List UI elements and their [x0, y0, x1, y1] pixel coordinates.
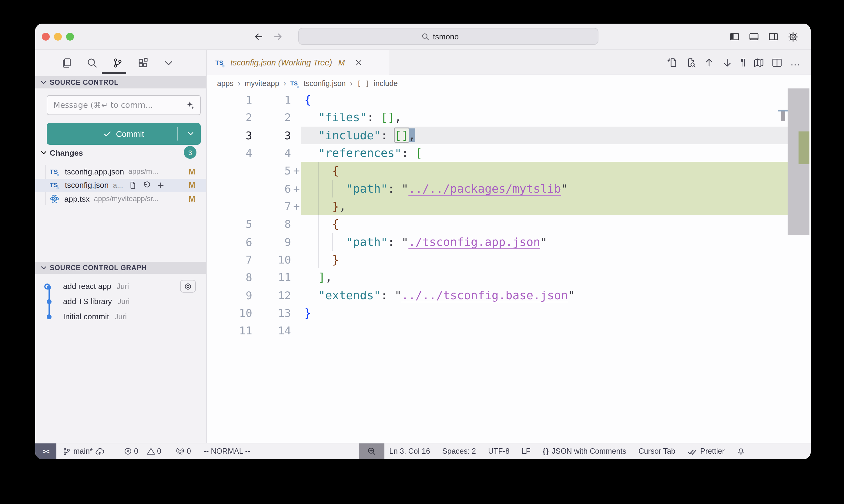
- code-line[interactable]: 7+ },: [207, 197, 811, 215]
- code-text: },: [304, 197, 346, 215]
- commit-row[interactable]: Initial commitJuri: [35, 309, 206, 324]
- code-line[interactable]: 44 "references": [: [207, 144, 811, 162]
- original-line-number: 4: [207, 144, 252, 162]
- graph-title: SOURCE CONTROL GRAPH: [50, 264, 147, 271]
- changed-file-row[interactable]: TStsconfig.jsona...M: [35, 178, 206, 192]
- discard-changes-icon[interactable]: [142, 181, 151, 190]
- ports-indicator[interactable]: 0: [176, 444, 191, 459]
- modified-line-number: 3: [252, 126, 291, 144]
- language-mode[interactable]: {} JSON with Comments: [542, 447, 626, 455]
- code-text: {: [304, 162, 339, 180]
- active-view-underline: [102, 72, 126, 74]
- code-line[interactable]: 912 "extends": "../../tsconfig.base.json…: [207, 287, 811, 304]
- branch-indicator[interactable]: main*: [63, 444, 104, 459]
- changes-section-header[interactable]: Changes 3: [35, 145, 206, 160]
- commit-author: Juri: [115, 312, 127, 321]
- code-line[interactable]: 22 "files": [],: [207, 109, 811, 127]
- ports-count: 0: [187, 447, 191, 455]
- toggle-secondary-sidebar-button[interactable]: [768, 32, 778, 42]
- close-window-button[interactable]: [42, 33, 50, 41]
- zoom-window-button[interactable]: [66, 33, 74, 41]
- split-editor-button[interactable]: [772, 57, 782, 68]
- toggle-primary-sidebar-button[interactable]: [729, 32, 740, 42]
- open-file-icon[interactable]: [128, 181, 137, 190]
- activity-item-extensions[interactable]: [138, 57, 149, 68]
- breadcrumb-tsconfig[interactable]: tsconfig.json: [304, 79, 346, 88]
- source-control-graph-header[interactable]: SOURCE CONTROL GRAPH: [35, 262, 206, 274]
- check-icon: [103, 130, 112, 138]
- code-line[interactable]: 1114: [207, 322, 811, 340]
- indentation[interactable]: Spaces: 2: [442, 447, 476, 455]
- breadcrumb-myviteapp[interactable]: myviteapp: [245, 79, 279, 88]
- activity-item-explorer[interactable]: [61, 57, 72, 68]
- code-line[interactable]: 58 {: [207, 215, 811, 233]
- warning-count: 0: [157, 447, 161, 455]
- code-line[interactable]: 6+ "path": "../../packages/mytslib": [207, 180, 811, 197]
- stage-changes-icon[interactable]: [156, 181, 165, 190]
- traffic-lights: [42, 33, 74, 41]
- chevron-down-icon: [40, 264, 47, 271]
- source-control-header[interactable]: SOURCE CONTROL: [35, 76, 206, 88]
- modified-line-number: 6: [252, 180, 291, 197]
- toggle-panel-button[interactable]: [749, 32, 759, 42]
- activity-item-source-control[interactable]: [112, 57, 123, 68]
- commit-row[interactable]: add react appJuri: [35, 278, 206, 294]
- commit-message-input[interactable]: [53, 101, 182, 110]
- minimize-window-button[interactable]: [54, 33, 62, 41]
- formatter-indicator[interactable]: Prettier: [688, 447, 725, 455]
- code-line[interactable]: 33 "include": [],: [207, 126, 811, 144]
- breadcrumb-apps[interactable]: apps: [217, 79, 234, 88]
- goto-ref-button[interactable]: [180, 280, 196, 293]
- commit-row[interactable]: add TS libraryJuri: [35, 294, 206, 309]
- sparkle-icon[interactable]: [185, 101, 195, 111]
- activity-item-views-more[interactable]: [163, 57, 174, 68]
- commit-message-box[interactable]: [47, 95, 201, 115]
- modified-line-number: 2: [252, 109, 291, 127]
- previous-change-button[interactable]: [704, 57, 714, 68]
- code-line[interactable]: 1013}: [207, 304, 811, 322]
- settings-gear-button[interactable]: [788, 31, 798, 42]
- editor-scrollbar[interactable]: [788, 50, 809, 417]
- code-line[interactable]: 5+ {: [207, 162, 811, 180]
- remote-indicator[interactable]: ><: [35, 444, 56, 459]
- close-tab-icon[interactable]: [355, 58, 362, 66]
- code-line[interactable]: 710 }: [207, 251, 811, 269]
- next-change-button[interactable]: [722, 57, 733, 68]
- changed-file-row[interactable]: TStsconfig.app.jsonapps/m...M: [35, 165, 206, 178]
- editor-region: TS tsconfig.json (Working Tree) M ¶… app…: [207, 50, 811, 443]
- render-whitespace-button[interactable]: ¶: [741, 57, 746, 68]
- eol-sequence[interactable]: LF: [522, 447, 531, 455]
- toggle-map-button[interactable]: [754, 57, 764, 68]
- modified-line-number: 13: [252, 304, 291, 322]
- modified-badge: M: [189, 195, 195, 203]
- diff-editor[interactable]: 11{22 "files": [],33 "include": [],44 "r…: [207, 91, 811, 340]
- code-line[interactable]: 69 "path": "./tsconfig.app.json": [207, 233, 811, 251]
- navigate-forward-icon[interactable]: [273, 32, 283, 42]
- code-line[interactable]: 11{: [207, 91, 811, 109]
- command-center-search[interactable]: [298, 28, 599, 45]
- breadcrumb-include[interactable]: include: [374, 79, 398, 88]
- open-changes-button[interactable]: [668, 57, 678, 68]
- cursor-tab-indicator[interactable]: Cursor Tab: [638, 447, 675, 455]
- commit-button[interactable]: Commit: [47, 123, 201, 145]
- tab-tsconfig-working-tree[interactable]: TS tsconfig.json (Working Tree) M: [207, 50, 389, 75]
- activity-item-search[interactable]: [87, 57, 98, 68]
- search-input[interactable]: [433, 32, 475, 41]
- zoom-indicator[interactable]: [359, 444, 384, 459]
- search-icon: [421, 32, 429, 40]
- commit-button-label: Commit: [116, 129, 144, 139]
- changed-file-row[interactable]: app.tsxapps/myviteapp/sr...M: [35, 192, 206, 206]
- problems-indicator[interactable]: 0 0: [124, 444, 161, 459]
- original-line-number: 6: [207, 233, 252, 251]
- original-line-number: 7: [207, 251, 252, 269]
- file-path: a...: [113, 181, 123, 190]
- file-search-button[interactable]: [686, 57, 696, 68]
- vim-mode-indicator[interactable]: -- NORMAL --: [204, 444, 250, 459]
- navigate-back-icon[interactable]: [254, 32, 264, 42]
- encoding[interactable]: UTF-8: [488, 447, 510, 455]
- notifications-bell-icon[interactable]: [737, 447, 745, 455]
- code-line[interactable]: 811 ],: [207, 269, 811, 287]
- commit-dropdown-button[interactable]: [187, 130, 195, 138]
- modified-line-number: 5: [252, 162, 291, 180]
- cursor-position[interactable]: Ln 3, Col 16: [389, 447, 430, 455]
